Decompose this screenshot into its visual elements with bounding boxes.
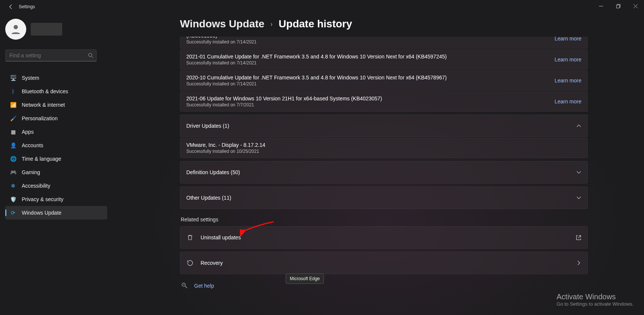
update-status: Successfully installed on 7/14/2021 (186, 39, 554, 45)
section-title: Driver Updates (1) (186, 123, 576, 129)
search-input[interactable] (6, 52, 85, 58)
sidebar-item-network[interactable]: 📶Network & internet (5, 98, 107, 112)
activation-watermark: Activate Windows Go to Settings to activ… (557, 293, 634, 307)
sidebar-item-label: Apps (22, 129, 34, 135)
svg-rect-1 (616, 5, 619, 8)
user-block[interactable] (5, 19, 107, 40)
search-icon (85, 53, 96, 58)
sidebar-item-personalization[interactable]: 🖌️Personalization (5, 112, 107, 125)
sidebar-item-label: Time & language (22, 156, 61, 162)
sidebar-item-label: Bluetooth & devices (22, 88, 68, 94)
titlebar: Settings (0, 0, 644, 13)
gamepad-icon: 🎮 (10, 169, 16, 176)
display-icon: 🖥️ (10, 75, 16, 81)
chevron-right-icon (576, 260, 581, 266)
sidebar-item-system[interactable]: 🖥️System (5, 71, 107, 85)
sidebar-item-privacy[interactable]: 🛡️Privacy & security (5, 193, 107, 206)
sidebar-item-label: Accessibility (22, 183, 50, 189)
scroll-area[interactable]: (KB5001050) Successfully installed on 7/… (180, 37, 588, 315)
update-row[interactable]: VMware, Inc. - Display - 8.17.2.14 Succe… (180, 138, 588, 158)
update-title: VMware, Inc. - Display - 8.17.2.14 (186, 142, 581, 148)
svg-point-3 (88, 53, 92, 57)
svg-text:?: ? (183, 284, 185, 286)
related-settings-header: Related settings (181, 216, 588, 222)
avatar (5, 19, 26, 40)
get-help-label: Get help (194, 283, 214, 289)
globe-icon: 🌐 (10, 155, 16, 162)
search-box[interactable] (5, 49, 97, 61)
maximize-button[interactable] (610, 0, 627, 12)
main-content: Windows Update › Update history (KB50010… (180, 18, 588, 315)
svg-point-2 (13, 25, 18, 29)
section-title: Definition Updates (50) (186, 169, 576, 175)
section-driver-updates[interactable]: Driver Updates (1) (180, 115, 588, 137)
section-definition-updates[interactable]: Definition Updates (50) (180, 161, 588, 184)
update-title: (KB5001050) (186, 37, 554, 39)
left-panel: 🖥️System ᛒBluetooth & devices 📶Network &… (0, 13, 112, 315)
watermark-title: Activate Windows (557, 293, 634, 301)
update-row[interactable]: (KB5001050) Successfully installed on 7/… (180, 37, 588, 49)
brush-icon: 🖌️ (10, 115, 16, 122)
sidebar-item-windows-update[interactable]: ⟳Windows Update (5, 206, 107, 219)
window-title: Settings (19, 4, 35, 9)
sidebar-item-label: System (22, 75, 39, 81)
learn-more-link[interactable]: Learn more (554, 78, 581, 84)
accessibility-icon: ✲ (10, 182, 16, 189)
help-icon: ? (181, 282, 188, 289)
breadcrumb-current: Update history (279, 18, 352, 30)
uninstall-updates-label: Uninstall updates (201, 234, 569, 240)
user-name-redacted (31, 23, 62, 36)
person-icon: 👤 (10, 142, 16, 149)
learn-more-link[interactable]: Learn more (554, 57, 581, 63)
learn-more-link[interactable]: Learn more (554, 37, 581, 42)
minimize-button[interactable] (592, 0, 610, 12)
sidebar-item-time[interactable]: 🌐Time & language (5, 152, 107, 166)
uninstall-updates-row[interactable]: Uninstall updates (180, 226, 588, 249)
sidebar-item-label: Personalization (22, 115, 58, 121)
bluetooth-icon: ᛒ (10, 88, 16, 95)
get-help-row[interactable]: ? Get help (180, 282, 588, 289)
update-status: Successfully installed on 7/14/2021 (186, 81, 554, 87)
recovery-row[interactable]: Recovery (180, 252, 588, 274)
section-title: Other Updates (11) (186, 195, 576, 201)
sidebar-item-label: Network & internet (22, 102, 65, 108)
chevron-right-icon: › (270, 20, 273, 28)
trash-icon (186, 234, 194, 241)
update-row[interactable]: 2021-01 Cumulative Update for .NET Frame… (180, 49, 588, 70)
breadcrumb-parent[interactable]: Windows Update (180, 18, 264, 30)
open-external-icon (576, 235, 581, 240)
update-title: 2020-10 Cumulative Update for .NET Frame… (186, 75, 554, 81)
sidebar-item-label: Gaming (22, 169, 40, 175)
sidebar-item-apps[interactable]: ▦Apps (5, 125, 107, 139)
update-icon: ⟳ (10, 209, 16, 216)
section-other-updates[interactable]: Other Updates (11) (180, 187, 588, 209)
update-title: 2021-01 Cumulative Update for .NET Frame… (186, 54, 554, 60)
back-button[interactable] (7, 3, 15, 11)
sidebar-item-gaming[interactable]: 🎮Gaming (5, 166, 107, 179)
sidebar-item-label: Windows Update (22, 210, 61, 216)
update-status: Successfully installed on 7/14/2021 (186, 60, 554, 66)
sidebar-item-bluetooth[interactable]: ᛒBluetooth & devices (5, 85, 107, 98)
wifi-icon: 📶 (10, 102, 16, 108)
update-row[interactable]: 2021-06 Update for Windows 10 Version 21… (180, 91, 588, 112)
update-status: Successfully installed on 7/7/2021 (186, 102, 554, 107)
update-row[interactable]: 2020-10 Cumulative Update for .NET Frame… (180, 70, 588, 91)
chevron-up-icon (576, 123, 581, 128)
close-button[interactable] (627, 0, 644, 12)
sidebar-item-accounts[interactable]: 👤Accounts (5, 139, 107, 152)
sidebar-item-accessibility[interactable]: ✲Accessibility (5, 179, 107, 193)
breadcrumb: Windows Update › Update history (180, 18, 588, 30)
shield-icon: 🛡️ (10, 196, 16, 203)
update-title: 2021-06 Update for Windows 10 Version 21… (186, 96, 554, 102)
sidebar-item-label: Accounts (22, 142, 43, 148)
learn-more-link[interactable]: Learn more (554, 99, 581, 105)
update-status: Successfully installed on 10/25/2021 (186, 149, 581, 154)
chevron-down-icon (576, 170, 581, 175)
sidebar-item-label: Privacy & security (22, 196, 63, 202)
chevron-down-icon (576, 195, 581, 200)
watermark-subtitle: Go to Settings to activate Windows. (557, 301, 634, 307)
tooltip: Microsoft Edge (286, 273, 324, 284)
recovery-icon (186, 260, 194, 266)
sidebar-nav: 🖥️System ᛒBluetooth & devices 📶Network &… (5, 71, 107, 219)
recovery-label: Recovery (201, 260, 569, 266)
